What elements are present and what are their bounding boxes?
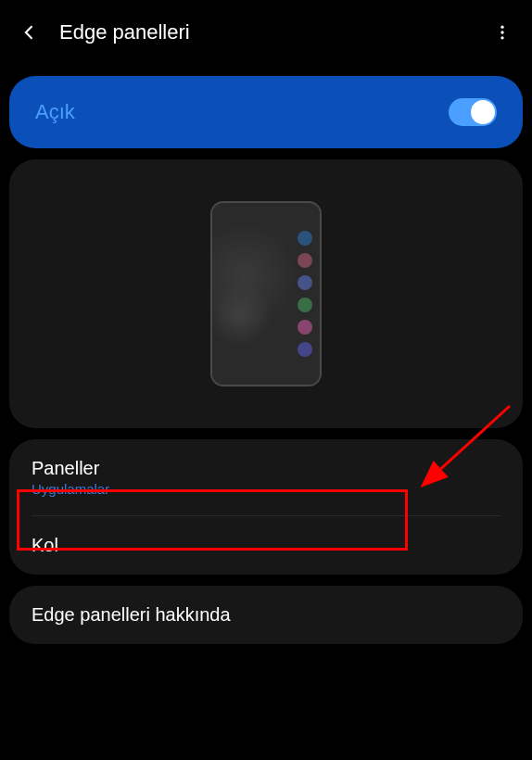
- list-item-title: Paneller: [32, 458, 500, 479]
- list-item-title: Kol: [32, 535, 500, 556]
- edge-dot: [298, 320, 312, 335]
- phone-preview: [210, 201, 322, 386]
- edge-dot: [298, 231, 312, 246]
- svg-point-0: [500, 26, 503, 29]
- edge-dot: [298, 253, 312, 268]
- toggle-switch[interactable]: [449, 98, 497, 126]
- edge-dot: [298, 298, 312, 312]
- list-item-title: Edge panelleri hakkında: [32, 604, 500, 626]
- master-toggle-card[interactable]: Açık: [9, 76, 523, 148]
- header: Edge panelleri: [0, 0, 532, 65]
- edge-dot: [298, 342, 312, 357]
- edge-dot: [298, 275, 312, 290]
- more-icon[interactable]: [491, 21, 513, 44]
- settings-list: Paneller Uygulamalar Kol: [9, 439, 523, 575]
- back-icon[interactable]: [19, 21, 41, 44]
- edge-panel-dots: [298, 231, 312, 357]
- svg-point-1: [500, 31, 503, 33]
- preview-card: [9, 159, 523, 428]
- toggle-thumb: [471, 100, 495, 124]
- toggle-label: Açık: [35, 100, 75, 124]
- list-item-subtitle: Uygulamalar: [32, 481, 500, 497]
- about-card: Edge panelleri hakkında: [9, 586, 523, 644]
- page-title: Edge panelleri: [59, 20, 491, 44]
- svg-point-2: [500, 36, 503, 39]
- about-item[interactable]: Edge panelleri hakkında: [9, 586, 523, 644]
- kol-item[interactable]: Kol: [9, 516, 523, 575]
- paneller-item[interactable]: Paneller Uygulamalar: [9, 439, 523, 515]
